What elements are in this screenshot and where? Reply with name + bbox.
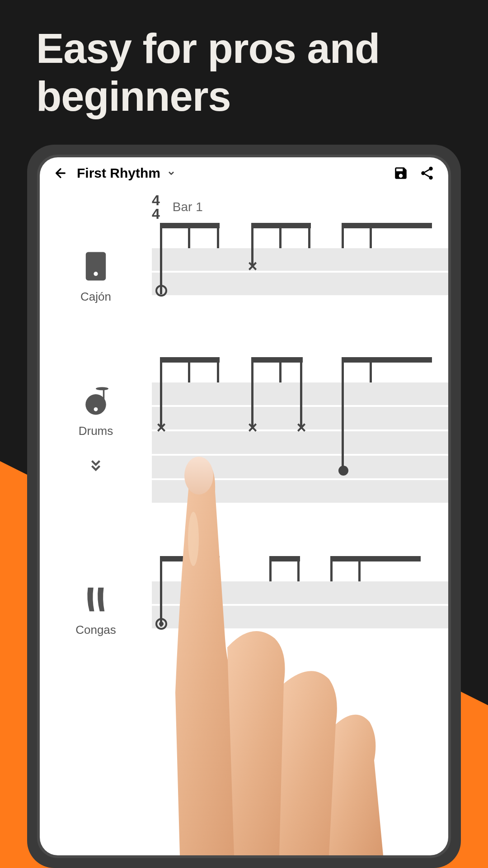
cajon-label[interactable]: Cajón <box>40 248 152 304</box>
congas-track: Congas <box>40 581 448 637</box>
phone-screen: First Rhythm <box>40 157 448 855</box>
phone-frame: First Rhythm <box>27 145 461 868</box>
header-actions <box>393 165 435 181</box>
bar-info-row: 4 4 Bar 1 <box>40 193 448 221</box>
app-header: First Rhythm <box>40 157 448 189</box>
svg-line-3 <box>425 170 429 172</box>
svg-point-0 <box>429 167 433 171</box>
expand-icon[interactable] <box>88 457 103 474</box>
svg-point-8 <box>94 407 98 411</box>
bar-label: Bar 1 <box>173 200 203 214</box>
phone-frame-inner: First Rhythm <box>37 155 451 858</box>
congas-track-area[interactable] <box>152 581 448 630</box>
congas-label[interactable]: Congas <box>40 581 152 637</box>
chevron-down-icon <box>167 169 176 178</box>
drums-name: Drums <box>79 424 113 438</box>
drums-track-area[interactable]: × × × <box>152 382 448 505</box>
time-signature[interactable]: 4 4 <box>152 193 160 221</box>
congas-name: Congas <box>75 623 116 637</box>
cajon-icon <box>78 248 114 284</box>
back-icon[interactable] <box>53 166 68 180</box>
svg-point-2 <box>429 176 433 180</box>
marketing-headline: Easy for pros and beginners <box>36 25 461 121</box>
svg-point-10 <box>96 387 108 390</box>
cajon-track-area[interactable]: × <box>152 248 448 297</box>
svg-line-4 <box>425 174 429 177</box>
share-icon[interactable] <box>419 165 435 181</box>
svg-rect-5 <box>86 252 106 280</box>
drums-label[interactable]: Drums <box>40 382 152 505</box>
congas-icon <box>78 581 114 618</box>
save-icon[interactable] <box>393 165 408 181</box>
title-dropdown[interactable]: First Rhythm <box>77 165 384 181</box>
cajon-track: Cajón <box>40 248 448 304</box>
finger-pointer-overlay <box>162 448 383 855</box>
svg-point-6 <box>94 272 98 276</box>
drums-track: Drums <box>40 382 448 505</box>
svg-point-1 <box>421 171 425 175</box>
drums-icon <box>78 382 114 419</box>
title-text: First Rhythm <box>77 165 160 181</box>
cajon-name: Cajón <box>80 290 111 304</box>
